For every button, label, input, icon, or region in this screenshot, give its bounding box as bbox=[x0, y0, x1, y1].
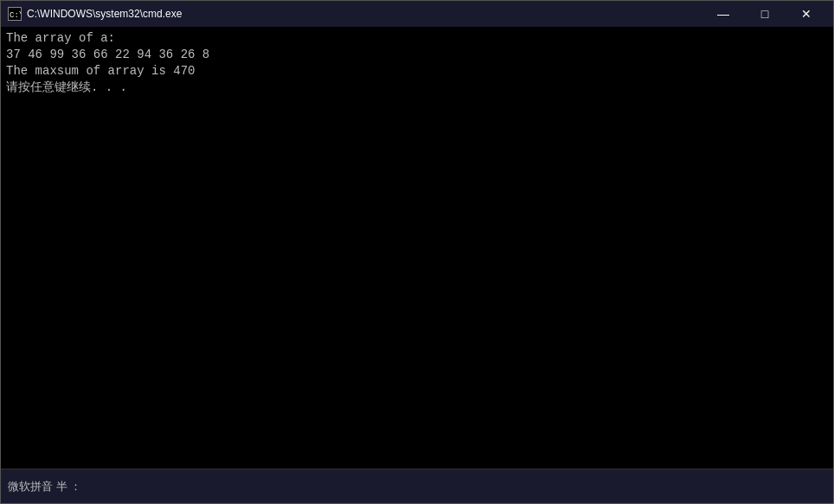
svg-text:C:\: C:\ bbox=[10, 11, 21, 20]
ime-indicator: 微软拼音 半 ： bbox=[8, 479, 81, 494]
cmd-icon: C:\ bbox=[8, 7, 22, 21]
maximize-button[interactable]: □ bbox=[745, 1, 785, 27]
taskbar: 微软拼音 半 ： bbox=[1, 469, 833, 503]
console-line-1: The array of a: bbox=[6, 30, 828, 47]
close-button[interactable]: ✕ bbox=[786, 1, 826, 27]
console-line-2: 37 46 99 36 66 22 94 36 26 8 bbox=[6, 47, 828, 63]
title-bar: C:\ C:\WINDOWS\system32\cmd.exe — □ ✕ bbox=[1, 1, 833, 27]
console-line-3: The maxsum of array is 470 bbox=[6, 63, 828, 80]
cmd-window: C:\ C:\WINDOWS\system32\cmd.exe — □ ✕ Th… bbox=[0, 0, 834, 504]
minimize-button[interactable]: — bbox=[703, 1, 743, 27]
title-bar-left: C:\ C:\WINDOWS\system32\cmd.exe bbox=[8, 7, 182, 21]
window-title: C:\WINDOWS\system32\cmd.exe bbox=[27, 8, 182, 20]
window-controls: — □ ✕ bbox=[703, 1, 826, 27]
console-line-4: 请按任意键继续. . . bbox=[6, 80, 828, 96]
console-output: The array of a: 37 46 99 36 66 22 94 36 … bbox=[1, 27, 833, 469]
